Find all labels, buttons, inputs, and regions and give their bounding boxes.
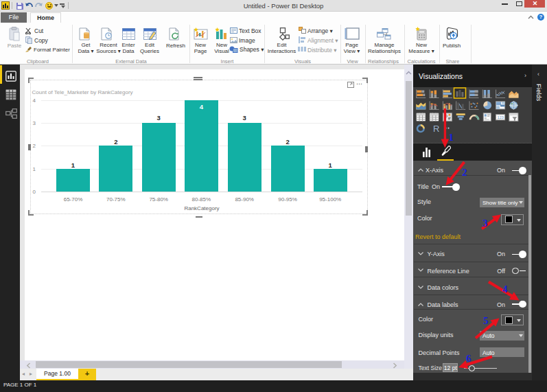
- svg-text:123: 123: [498, 115, 504, 119]
- svg-text:R: R: [433, 124, 439, 134]
